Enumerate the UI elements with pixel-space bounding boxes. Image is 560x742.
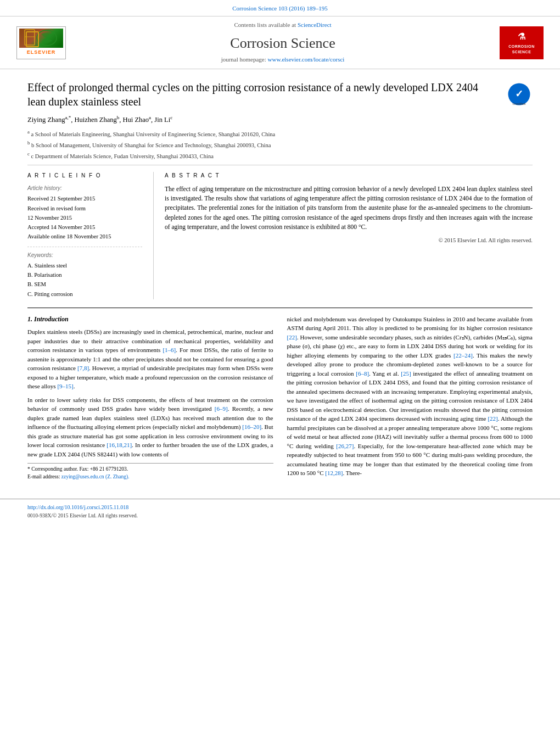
journal-title: Corrosion Science: [77, 33, 489, 54]
elsevier-logo-image: [19, 29, 63, 48]
svg-text:✓: ✓: [515, 88, 523, 99]
abstract-label: A B S T R A C T: [165, 172, 533, 180]
abstract-text: The effect of aging temperature on the m…: [165, 185, 533, 232]
header-center: Contents lists available at ScienceDirec…: [66, 21, 500, 65]
article-info-label: A R T I C L E I N F O: [27, 172, 142, 180]
keywords-label: Keywords:: [27, 252, 142, 260]
email-link[interactable]: zzying@uses.edu.cn (Z. Zhang).: [61, 474, 130, 479]
keyword-2: B. Polarisation: [27, 271, 142, 279]
issn-line: 0010-938X/© 2015 Elsevier Ltd. All right…: [27, 512, 533, 520]
doi-link[interactable]: http://dx.doi.org/10.1016/j.corsci.2015.…: [27, 504, 533, 512]
history-label: Article history:: [27, 185, 142, 193]
footer: http://dx.doi.org/10.1016/j.corsci.2015.…: [0, 499, 560, 525]
crossmark-badge: ✓ CrossMark: [505, 80, 533, 108]
journal-ref: Corrosion Science 103 (2016) 189–195: [232, 5, 328, 12]
affiliation-a: a a School of Materials Engineering, Sha…: [27, 129, 533, 138]
contents-line: Contents lists available at ScienceDirec…: [77, 21, 489, 30]
elsevier-logo: ELSEVIER: [16, 26, 66, 59]
main-left-column: 1. Introduction Duplex stainless steels …: [27, 315, 273, 482]
article-title: Effect of prolonged thermal cycles on th…: [27, 80, 505, 109]
sciencedirect-link[interactable]: ScienceDirect: [298, 21, 332, 28]
svg-rect-0: [25, 30, 35, 45]
affiliations: a a School of Materials Engineering, Sha…: [27, 129, 533, 161]
affiliation-b: b b School of Management, University of …: [27, 140, 533, 149]
copyright-line: © 2015 Elsevier Ltd. All rights reserved…: [165, 236, 533, 244]
affiliation-c: c c Department of Materials Science, Fud…: [27, 150, 533, 160]
article-info-column: A R T I C L E I N F O Article history: R…: [27, 172, 154, 299]
intro-section-title: 1. Introduction: [27, 315, 273, 324]
top-bar: Corrosion Science 103 (2016) 189–195: [0, 0, 560, 16]
main-content: 1. Introduction Duplex stainless steels …: [27, 308, 533, 482]
intro-paragraph-2: In order to lower safety risks for DSS c…: [27, 395, 273, 459]
svg-text:CrossMark: CrossMark: [512, 102, 526, 105]
keywords-section: Keywords: A. Stainless steel B. Polarisa…: [27, 247, 142, 298]
right-paragraph-1: nickel and molybdenum was developed by O…: [287, 315, 533, 478]
article-info-abstract-section: A R T I C L E I N F O Article history: R…: [27, 165, 533, 299]
header-area: ELSEVIER Contents lists available at Sci…: [0, 16, 560, 70]
corrosion-logo-line1: CORROSION: [508, 44, 535, 49]
abstract-column: A B S T R A C T The effect of aging temp…: [154, 172, 533, 299]
article-history: Article history: Received 21 September 2…: [27, 185, 142, 241]
intro-paragraph-1: Duplex stainless steels (DSSs) are incre…: [27, 327, 273, 391]
history-accepted: Accepted 14 November 2015: [27, 223, 142, 231]
corrosion-logo-line2: SCIENCE: [512, 49, 531, 55]
elsevier-label: ELSEVIER: [27, 48, 56, 57]
history-revised-label: Received in revised form: [27, 204, 142, 213]
keyword-1: A. Stainless steel: [27, 261, 142, 270]
history-online: Available online 18 November 2015: [27, 232, 142, 241]
keyword-3: B. SEM: [27, 280, 142, 288]
keyword-4: C. Pitting corrosion: [27, 290, 142, 298]
article-body: Effect of prolonged thermal cycles on th…: [0, 69, 560, 493]
footnote-area: * Corresponding author. Fax: +86 21 6779…: [27, 463, 273, 481]
corrosion-science-logo: ⚗ CORROSION SCIENCE: [500, 26, 544, 59]
corrosion-logo-icon: ⚗: [518, 30, 526, 43]
homepage-link[interactable]: www.elsevier.com/locate/corsci: [268, 56, 345, 63]
homepage-line: journal homepage: www.elsevier.com/locat…: [77, 55, 489, 64]
main-right-column: nickel and molybdenum was developed by O…: [287, 315, 533, 482]
footnote-text: * Corresponding author. Fax: +86 21 6779…: [27, 466, 273, 473]
authors-line: Ziying Zhanga,*, Huizhen Zhangb, Hui Zha…: [27, 114, 533, 125]
history-received: Received 21 September 2015: [27, 194, 142, 203]
history-revised-date: 12 November 2015: [27, 214, 142, 222]
article-title-section: Effect of prolonged thermal cycles on th…: [27, 75, 533, 109]
email-line: E-mail address: zzying@uses.edu.cn (Z. Z…: [27, 473, 273, 481]
